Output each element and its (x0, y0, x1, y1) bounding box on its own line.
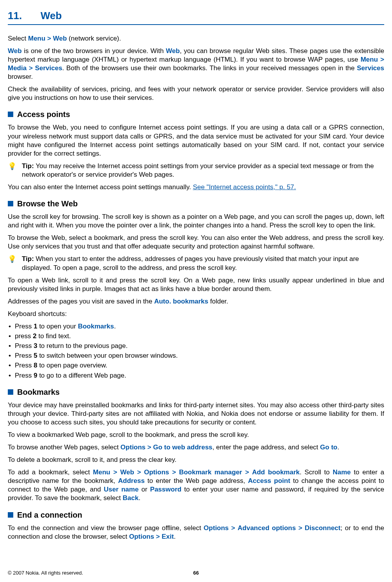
list-item: Press 9 to go to a different Web page. (8, 371, 384, 380)
page-footer: © 2007 Nokia. All rights reserved. 66 (8, 570, 384, 577)
browse-p1: Use the scroll key for browsing. The scr… (8, 213, 384, 230)
square-bullet-icon (8, 112, 13, 117)
browse-p4: Addresses of the pages you visit are sav… (8, 297, 384, 306)
keyboard-shortcuts-label: Keyboard shortcuts: (8, 310, 384, 318)
intro-p3: Check the availability of services, pric… (8, 85, 384, 102)
keyboard-shortcuts-list: Press 1 to open your Bookmarks. press 2 … (8, 322, 384, 380)
bm-p5: To add a bookmark, select Menu > Web > O… (8, 468, 384, 502)
bm-p4: To delete a bookmark, scroll to it, and … (8, 456, 384, 464)
tip-icon: 💡 (8, 255, 22, 272)
menu-nav: Menu (28, 35, 45, 42)
section-title: Browse the Web (17, 199, 78, 209)
list-item: press 2 to find text. (8, 332, 384, 341)
section-end-connection: End a connection (8, 510, 384, 520)
intro-p1: Select Menu > Web (network service). (8, 34, 384, 43)
section-title: Bookmarks (17, 387, 60, 397)
page-number: 66 (193, 570, 199, 577)
square-bullet-icon (8, 201, 13, 206)
tip-icon: 💡 (8, 162, 22, 179)
bm-p2: To view a bookmarked Web page, scroll to… (8, 431, 384, 439)
heading-rule (8, 24, 384, 25)
square-bullet-icon (8, 512, 13, 518)
chapter-heading: 11. Web (8, 9, 384, 23)
list-item: Press 3 to return to the previous page. (8, 342, 384, 350)
browse-p2: To browse the Web, select a bookmark, an… (8, 234, 384, 251)
access-p2: You can also enter the Internet access p… (8, 183, 384, 192)
internet-access-link[interactable]: See "Internet access points," p. 57. (193, 183, 296, 191)
section-title: Access points (17, 109, 70, 119)
list-item: Press 1 to open your Bookmarks. (8, 322, 384, 331)
tip-block: 💡 Tip: You may receive the Internet acce… (8, 162, 384, 179)
section-bookmarks: Bookmarks (8, 387, 384, 397)
square-bullet-icon (8, 389, 13, 395)
access-p1: To browse the Web, you need to configure… (8, 123, 384, 158)
end-p1: To end the connection and view the brows… (8, 524, 384, 541)
bm-p1: Your device may have preinstalled bookma… (8, 401, 384, 427)
section-title: End a connection (17, 510, 82, 520)
bm-p3: To browse another Web pages, select Opti… (8, 443, 384, 452)
chapter-title: Web (41, 9, 62, 23)
list-item: Press 5 to switch between your open brow… (8, 351, 384, 360)
section-browse-web: Browse the Web (8, 199, 384, 209)
tip-block: 💡 Tip: When you start to enter the addre… (8, 255, 384, 272)
list-item: Press 8 to open page overview. (8, 361, 384, 370)
browse-p3: To open a Web link, scroll to it and pre… (8, 276, 384, 293)
web-nav: Web (53, 35, 67, 42)
chapter-number: 11. (8, 9, 41, 23)
intro-p2: Web is one of the two browsers in your d… (8, 47, 384, 81)
section-access-points: Access points (8, 109, 384, 119)
